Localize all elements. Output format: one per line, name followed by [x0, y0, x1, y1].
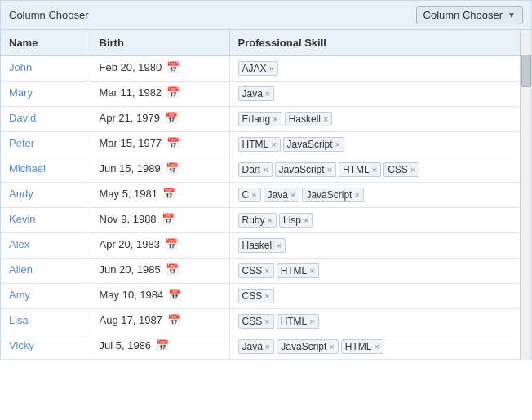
remove-skill-button[interactable]: × — [335, 139, 340, 149]
calendar-icon[interactable]: 📅 — [166, 263, 179, 276]
skill-label: Haskell — [242, 240, 274, 251]
calendar-icon[interactable]: 📅 — [156, 339, 169, 351]
skills-wrap: C×Java×JavaScript× — [238, 188, 512, 202]
remove-skill-button[interactable]: × — [304, 215, 308, 225]
skills-wrap: Erlang×Haskell× — [238, 112, 512, 126]
calendar-icon[interactable]: 📅 — [168, 289, 181, 301]
remove-skill-button[interactable]: × — [374, 342, 379, 351]
birth-cell: Apr 20, 1983📅 — [91, 233, 229, 259]
scrollbar-track[interactable] — [520, 30, 531, 360]
skills-cell: AJAX× — [229, 56, 520, 82]
scrollbar-thumb[interactable] — [521, 55, 531, 87]
table-row: AllenJun 20, 1985📅CSS×HTML× — [1, 259, 520, 284]
calendar-icon[interactable]: 📅 — [166, 61, 180, 73]
remove-skill-button[interactable]: × — [265, 89, 270, 99]
skill-label: AJAX — [242, 63, 267, 74]
table-row: KevinNov 9, 1988📅Ruby×Lisp× — [1, 208, 520, 233]
table-row: MichaelJun 15, 1989📅Dart×JavaScript×HTML… — [1, 157, 520, 183]
remove-skill-button[interactable]: × — [263, 165, 268, 175]
skill-label: C — [242, 189, 250, 201]
skill-tag: CSS× — [238, 314, 274, 329]
skills-wrap: HTML×JavaScript× — [238, 137, 512, 152]
remove-skill-button[interactable]: × — [264, 291, 269, 301]
column-header-birth: Birth — [91, 30, 229, 56]
remove-skill-button[interactable]: × — [265, 342, 270, 351]
skills-cell: Java× — [229, 82, 520, 107]
calendar-icon[interactable]: 📅 — [166, 137, 180, 149]
remove-skill-button[interactable]: × — [271, 139, 276, 149]
skill-tag: Lisp× — [279, 213, 313, 228]
calendar-icon[interactable]: 📅 — [165, 112, 178, 124]
remove-skill-button[interactable]: × — [264, 316, 269, 326]
calendar-icon[interactable]: 📅 — [165, 238, 178, 250]
skill-tag: JavaScript× — [302, 188, 363, 202]
table-scroll-area[interactable]: Name Birth Professional Skill JohnFeb 20… — [1, 30, 520, 360]
calendar-icon[interactable]: 📅 — [166, 162, 179, 175]
birth-date: Mar 15, 1977 — [100, 137, 162, 149]
table-row: VickyJul 5, 1986📅Java×JavaScript×HTML× — [1, 334, 520, 360]
birth-cell: Mar 15, 1977📅 — [91, 132, 229, 157]
remove-skill-button[interactable]: × — [410, 165, 415, 175]
birth-cell: Feb 20, 1980📅 — [91, 56, 229, 82]
skill-tag: Java× — [264, 188, 300, 202]
skill-tag: HTML× — [341, 339, 383, 354]
skills-wrap: Java× — [238, 86, 512, 101]
skill-label: CSS — [242, 316, 263, 327]
skills-wrap: CSS×HTML× — [238, 314, 512, 329]
skills-wrap: Haskell× — [238, 238, 512, 253]
skill-tag: CSS× — [238, 289, 274, 303]
calendar-icon[interactable]: 📅 — [162, 188, 175, 200]
birth-date: May 5, 1981 — [100, 188, 158, 200]
skill-label: Haskell — [289, 113, 321, 125]
name-cell: Michael — [1, 157, 91, 183]
remove-skill-button[interactable]: × — [268, 215, 273, 225]
remove-skill-button[interactable]: × — [309, 316, 314, 326]
skill-label: HTML — [242, 139, 269, 150]
skills-cell: C×Java×JavaScript× — [229, 183, 520, 208]
remove-skill-button[interactable]: × — [372, 165, 377, 175]
remove-skill-button[interactable]: × — [277, 241, 282, 250]
calendar-icon[interactable]: 📅 — [167, 314, 180, 326]
remove-skill-button[interactable]: × — [309, 266, 314, 276]
column-chooser-panel: Column Chooser Column Chooser ▼ Name Bir… — [0, 0, 532, 360]
name-cell: Allen — [1, 259, 91, 284]
remove-skill-button[interactable]: × — [264, 266, 269, 276]
skill-label: Erlang — [242, 113, 271, 125]
skills-cell: CSS×HTML× — [229, 259, 520, 284]
skill-label: HTML — [343, 164, 370, 175]
name-cell: David — [1, 107, 91, 132]
column-chooser-button[interactable]: Column Chooser ▼ — [416, 6, 523, 24]
skill-tag: AJAX× — [238, 61, 278, 76]
skill-tag: Ruby× — [238, 213, 277, 228]
table-wrapper: Name Birth Professional Skill JohnFeb 20… — [1, 30, 531, 360]
remove-skill-button[interactable]: × — [327, 165, 332, 175]
skill-label: CSS — [388, 164, 408, 175]
birth-date: Mar 11, 1982 — [100, 86, 162, 99]
birth-cell: Jun 15, 1989📅 — [91, 157, 229, 183]
remove-skill-button[interactable]: × — [290, 190, 295, 200]
skills-cell: Java×JavaScript×HTML× — [229, 334, 520, 360]
remove-skill-button[interactable]: × — [329, 342, 334, 351]
remove-skill-button[interactable]: × — [273, 114, 277, 124]
skill-tag: CSS× — [238, 263, 274, 278]
remove-skill-button[interactable]: × — [251, 190, 256, 200]
skill-tag: HTML× — [277, 263, 319, 278]
calendar-icon[interactable]: 📅 — [166, 86, 180, 99]
skills-wrap: CSS×HTML× — [238, 263, 512, 278]
remove-skill-button[interactable]: × — [269, 64, 274, 73]
remove-skill-button[interactable]: × — [323, 114, 328, 124]
skill-label: Java — [268, 189, 288, 201]
name-cell: Amy — [1, 284, 91, 309]
birth-cell: May 5, 1981📅 — [91, 183, 229, 208]
skills-cell: Dart×JavaScript×HTML×CSS× — [229, 157, 520, 183]
name-cell: Alex — [1, 233, 91, 259]
calendar-icon[interactable]: 📅 — [162, 213, 175, 225]
remove-skill-button[interactable]: × — [354, 190, 359, 200]
table-row: DavidApr 21, 1979📅Erlang×Haskell× — [1, 107, 520, 132]
skill-tag: Erlang× — [238, 112, 282, 126]
skills-cell: HTML×JavaScript× — [229, 132, 520, 157]
data-table: Name Birth Professional Skill JohnFeb 20… — [1, 30, 520, 360]
skill-label: JavaScript — [281, 341, 326, 352]
birth-date: Jun 15, 1989 — [100, 162, 161, 175]
table-row: AmyMay 10, 1984📅CSS× — [1, 284, 520, 309]
